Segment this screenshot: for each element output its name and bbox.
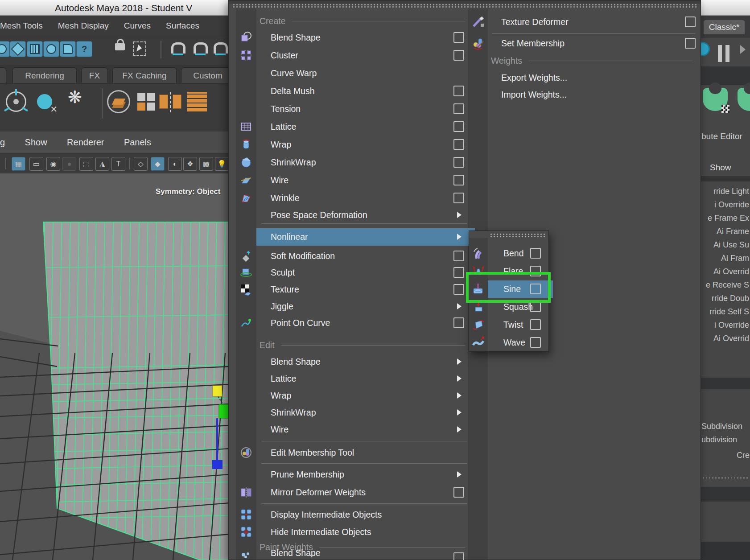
textured-mode-icon[interactable]: ❖: [183, 157, 197, 171]
menu-item-lattice[interactable]: Lattice: [271, 118, 465, 136]
menu-item-jiggle[interactable]: Jiggle: [271, 298, 465, 315]
option-box-set-membership[interactable]: [685, 38, 696, 49]
option-box-twist[interactable]: [530, 319, 541, 330]
option-box-blend-shape[interactable]: [453, 552, 464, 560]
menu-item-mirror-deformer-weights[interactable]: Mirror Deformer Weights: [271, 484, 465, 501]
option-box-soft-modification[interactable]: [453, 251, 464, 261]
swatch-green-2[interactable]: [738, 88, 750, 111]
shelf-tab-fx[interactable]: FX: [81, 67, 108, 84]
snap-to-grid-icon[interactable]: [171, 42, 185, 54]
snap-to-point-icon[interactable]: [214, 42, 228, 54]
option-box-texture-deformer[interactable]: [685, 16, 696, 27]
shelf-tab-rendering[interactable]: Rendering: [12, 67, 77, 84]
grid-snap-icon[interactable]: [185, 90, 209, 113]
shelf-tab-custom[interactable]: Custom: [181, 67, 235, 84]
safe-action-icon[interactable]: ◮: [95, 157, 109, 171]
menu-item-tension[interactable]: Tension: [271, 100, 465, 118]
menu-item-shrinkwrap[interactable]: ShrinkWrap: [271, 404, 465, 421]
menu-tear-off-handle[interactable]: [232, 4, 697, 8]
menu-item-import-weights...[interactable]: Import Weights...: [501, 86, 692, 103]
option-box-tension[interactable]: [453, 103, 464, 114]
pause-icon[interactable]: [718, 45, 729, 62]
menu-item-export-weights...[interactable]: Export Weights...: [501, 69, 692, 86]
menu-item-soft-modification[interactable]: Soft Modification: [271, 247, 465, 265]
option-box-wrap[interactable]: [453, 139, 464, 150]
menu-item-cluster[interactable]: Cluster: [271, 47, 465, 64]
menu-item-pose-space-deformation[interactable]: Pose Space Deformation: [271, 206, 465, 224]
option-box-wave[interactable]: [530, 337, 541, 348]
menu-item-nonlinear[interactable]: Nonlinear: [256, 228, 475, 246]
select-object-icon[interactable]: [133, 41, 146, 56]
menu-item-lattice[interactable]: Lattice: [271, 370, 465, 387]
menu-item-shrinkwrap[interactable]: ShrinkWrap: [271, 154, 465, 171]
option-box-delta-mush[interactable]: [453, 86, 464, 96]
shaded-textured-icon[interactable]: ◐: [168, 157, 182, 171]
menu-item-blend-shape[interactable]: Blend Shape: [271, 549, 465, 557]
menu-item-delta-mush[interactable]: Delta Mush: [271, 82, 465, 100]
option-box-squash[interactable]: [530, 301, 541, 312]
menu-item-wire[interactable]: Wire: [271, 421, 465, 438]
gear-icon[interactable]: [701, 43, 709, 55]
shelf-tab-fx-caching[interactable]: FX Caching: [112, 67, 177, 84]
menu-item-texture[interactable]: Texture: [271, 281, 465, 298]
toolbar-button-lattice[interactable]: [27, 41, 43, 57]
menu-item-wrap[interactable]: Wrap: [271, 387, 465, 404]
slider-handle[interactable]: [5, 158, 6, 169]
menu-item-display-intermediate-objects[interactable]: Display Intermediate Objects: [271, 506, 465, 523]
snap-to-curve-icon[interactable]: [194, 42, 208, 54]
layers-icon[interactable]: [107, 90, 130, 113]
menu-item-blend-shape[interactable]: Blend Shape: [271, 353, 465, 371]
field-chart-icon[interactable]: ⬚: [79, 157, 93, 171]
toolbar-button-clapperboard[interactable]: [60, 41, 76, 57]
option-box-point-on-curve[interactable]: [453, 317, 464, 328]
option-box-sculpt[interactable]: [453, 267, 464, 278]
menu-item-prune-membership[interactable]: Prune Membership: [271, 466, 465, 483]
option-box-lattice[interactable]: [453, 121, 464, 132]
menu-item-wrinkle[interactable]: Wrinkle: [271, 189, 465, 207]
use-all-lights-icon[interactable]: ▩: [199, 157, 213, 171]
toolbar-button-cluster[interactable]: [43, 41, 59, 57]
quad-view-icon[interactable]: [135, 90, 158, 113]
resolution-gate-icon[interactable]: ◉: [46, 157, 60, 171]
option-box-wire[interactable]: [453, 175, 464, 185]
gate-mask-icon[interactable]: ●: [62, 157, 76, 171]
toolbar-button-diamond[interactable]: [10, 41, 26, 57]
menu-item-sculpt[interactable]: Sculpt: [271, 264, 465, 281]
menubar-item-curves[interactable]: Curves: [124, 16, 151, 36]
option-box-shrinkwrap[interactable]: [453, 157, 464, 168]
film-gate-icon[interactable]: ▭: [29, 157, 43, 171]
menu-item-wire[interactable]: Wire: [271, 172, 465, 189]
panel-menu-partial[interactable]: g: [0, 132, 5, 153]
duplicate-object-icon[interactable]: [159, 90, 182, 113]
grid-toggle-icon[interactable]: ▦: [12, 157, 25, 171]
toolbar-button-partial[interactable]: [0, 41, 10, 57]
swatch-green-1[interactable]: [703, 88, 728, 111]
shadows-icon[interactable]: 💡: [215, 157, 229, 171]
menu-item-hide-intermediate-objects[interactable]: Hide Intermediate Objects: [271, 523, 465, 541]
shelf-tab-partial[interactable]: n: [0, 67, 6, 84]
panel-menu-panels[interactable]: Panels: [124, 132, 151, 153]
menu-item-blend-shape[interactable]: Blend Shape: [271, 29, 465, 46]
menubar-item-mesh-tools[interactable]: Mesh Tools: [0, 16, 43, 36]
submenu-tear-off-handle[interactable]: [490, 233, 547, 238]
menubar-item-surfaces[interactable]: Surfaces: [166, 16, 199, 36]
rotate-pivot-icon[interactable]: [4, 90, 28, 113]
menu-item-texture-deformer[interactable]: Texture Deformer: [501, 13, 692, 31]
safe-title-icon[interactable]: T: [111, 157, 125, 171]
delete-keys-icon[interactable]: [33, 90, 56, 113]
option-box-texture[interactable]: [453, 284, 464, 295]
shaded-mode-icon[interactable]: ◆: [151, 157, 165, 171]
menu-item-point-on-curve[interactable]: Point On Curve: [271, 314, 465, 332]
tab-classic[interactable]: Classic*: [704, 20, 745, 34]
option-box-wrinkle[interactable]: [453, 193, 464, 203]
menu-item-set-membership[interactable]: Set Membership: [501, 35, 692, 52]
menubar-item-mesh-display[interactable]: Mesh Display: [58, 16, 109, 36]
option-box-mirror-deformer-weights[interactable]: [453, 487, 464, 498]
menu-item-edit-membership-tool[interactable]: Edit Membership Tool: [271, 444, 465, 461]
wireframe-mode-icon[interactable]: ◇: [134, 157, 148, 171]
lock-icon[interactable]: [115, 43, 125, 50]
viewport[interactable]: Symmetry: Object: [0, 173, 230, 560]
option-box-cluster[interactable]: [453, 50, 464, 61]
menu-item-curve-warp[interactable]: Curve Warp: [271, 65, 465, 82]
menu-item-wrap[interactable]: Wrap: [271, 136, 465, 153]
